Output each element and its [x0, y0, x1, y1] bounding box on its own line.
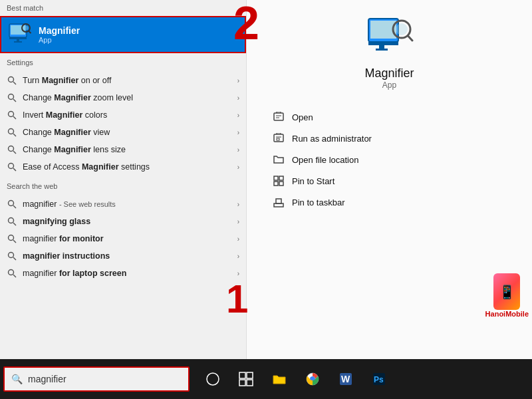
context-open-location[interactable]: Open file location — [267, 149, 512, 170]
svg-line-27 — [13, 257, 16, 260]
svg-rect-51 — [239, 372, 245, 378]
settings-item-6[interactable]: Ease of Access Magnifier settings › — [0, 158, 246, 176]
svg-line-25 — [13, 240, 16, 243]
search-icon-6 — [7, 162, 17, 172]
best-match-subtitle: App — [39, 36, 80, 44]
svg-rect-38 — [274, 113, 283, 120]
context-open[interactable]: Open — [267, 106, 512, 128]
admin-icon — [272, 132, 285, 145]
svg-rect-44 — [274, 176, 278, 180]
svg-text:W: W — [341, 374, 350, 384]
search-icon-2 — [7, 92, 17, 103]
hanoi-phone-icon: 📱 — [493, 273, 520, 310]
svg-point-18 — [9, 164, 14, 169]
taskbar: 🔍 — [0, 359, 532, 399]
settings-item-3[interactable]: Invert Magnifier colors › — [0, 106, 246, 124]
screen: Best match Magnifier App — [0, 0, 532, 399]
settings-label: Settings — [0, 55, 246, 69]
search-icon-4 — [7, 127, 17, 138]
web-item-3[interactable]: magnifier for monitor › — [0, 230, 246, 247]
svg-rect-4 — [14, 41, 22, 43]
context-pin-taskbar[interactable]: Pin to taskbar — [267, 192, 512, 213]
svg-point-36 — [396, 23, 408, 35]
folder-icon — [272, 153, 285, 166]
web-section: magnifier - See web results › magnifying… — [0, 193, 246, 285]
web-item-label-2: magnifying glass — [23, 217, 237, 226]
web-search-icon-5 — [7, 268, 17, 279]
task-view-icon[interactable] — [233, 366, 259, 392]
settings-section: Turn Magnifier on or off › Change Magnif… — [0, 69, 246, 178]
chevron-4: › — [237, 129, 239, 136]
context-pin-taskbar-label: Pin to taskbar — [292, 198, 345, 207]
web-item-4[interactable]: magnifier instructions › — [0, 247, 246, 265]
best-match-text: Magnifier App — [39, 25, 80, 44]
settings-item-label-3: Invert Magnifier colors — [23, 110, 237, 120]
file-explorer-icon[interactable] — [266, 366, 293, 392]
web-chevron-1: › — [237, 201, 239, 208]
svg-point-8 — [9, 77, 14, 82]
app-icon-area: Magnifier App — [364, 13, 414, 90]
settings-item-label-2: Change Magnifier zoom level — [23, 93, 237, 102]
svg-point-20 — [9, 201, 14, 206]
svg-line-9 — [13, 82, 16, 84]
web-search-icon-3 — [7, 233, 17, 244]
context-run-admin[interactable]: Run as administrator — [267, 128, 512, 149]
taskbar-search-input[interactable] — [28, 374, 182, 384]
context-menu: Open Run as administrator Open file loca… — [267, 106, 512, 213]
web-item-1[interactable]: magnifier - See web results › — [0, 196, 246, 213]
svg-rect-43 — [277, 138, 279, 140]
search-area: Best match Magnifier App — [0, 0, 532, 359]
pin-start-icon — [272, 174, 285, 188]
svg-rect-46 — [274, 182, 278, 186]
svg-rect-52 — [247, 372, 253, 378]
svg-rect-54 — [247, 380, 253, 386]
chevron-2: › — [237, 94, 239, 102]
chrome-icon[interactable] — [299, 366, 326, 392]
task-view-button[interactable] — [200, 366, 226, 392]
web-label: Search the web — [0, 178, 246, 193]
web-chevron-3: › — [237, 235, 239, 243]
app-name: Magnifier — [364, 66, 414, 80]
web-item-label-4: magnifier instructions — [23, 251, 237, 261]
taskbar-search-icon: 🔍 — [11, 374, 23, 384]
svg-point-12 — [9, 112, 14, 117]
magnifier-app-icon — [8, 23, 32, 47]
svg-rect-3 — [17, 39, 19, 41]
settings-item-2[interactable]: Change Magnifier zoom level › — [0, 89, 246, 106]
svg-rect-49 — [276, 199, 281, 203]
svg-point-28 — [9, 270, 14, 275]
web-item-label-5: magnifier for laptop screen — [23, 269, 237, 278]
web-item-2[interactable]: magnifying glass › — [0, 213, 246, 230]
web-item-label-3: magnifier for monitor — [23, 234, 237, 243]
taskbar-search-box[interactable]: 🔍 — [3, 366, 190, 392]
taskbar-icons: W Ps — [200, 366, 392, 392]
svg-line-11 — [13, 99, 16, 102]
best-match-label: Best match — [0, 0, 246, 15]
context-open-label: Open — [292, 112, 313, 122]
search-icon-1 — [7, 75, 17, 86]
context-pin-start[interactable]: Pin to Start — [267, 170, 512, 192]
svg-point-22 — [9, 218, 14, 223]
word-icon[interactable]: W — [332, 366, 359, 392]
search-icon-3 — [7, 110, 17, 120]
web-chevron-2: › — [237, 218, 239, 225]
hanoi-text: HanoiMobile — [485, 310, 529, 318]
settings-item-label-6: Ease of Access Magnifier settings — [23, 162, 237, 172]
photoshop-icon[interactable]: Ps — [366, 366, 392, 392]
settings-item-5[interactable]: Change Magnifier lens size › — [0, 141, 246, 158]
best-match-item[interactable]: Magnifier App — [0, 16, 246, 53]
app-type: App — [382, 80, 396, 90]
svg-point-26 — [9, 253, 14, 258]
svg-rect-53 — [239, 380, 245, 386]
left-panel: Best match Magnifier App — [0, 0, 246, 359]
settings-item-1[interactable]: Turn Magnifier on or off › — [0, 72, 246, 89]
best-match-title: Magnifier — [39, 25, 80, 36]
svg-line-17 — [13, 151, 16, 154]
pin-taskbar-icon — [272, 196, 285, 209]
svg-rect-34 — [376, 49, 388, 51]
settings-item-4[interactable]: Change Magnifier view › — [0, 124, 246, 141]
svg-line-37 — [408, 36, 412, 41]
web-item-5[interactable]: magnifier for laptop screen › — [0, 265, 246, 282]
web-chevron-5: › — [237, 270, 239, 277]
web-search-icon-4 — [7, 251, 17, 261]
